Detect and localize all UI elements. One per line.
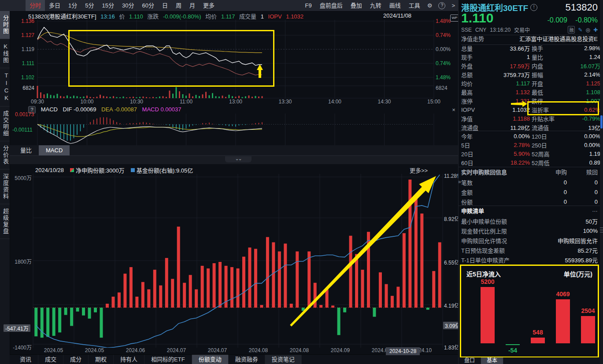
toolbar-tab-30分[interactable]: 30分 <box>118 0 138 11</box>
time-axis-label: 10:30 <box>129 99 144 105</box>
toolbar-tab-多日[interactable]: 多日 <box>45 0 64 11</box>
pct-axis-label: 0.74% <box>436 60 451 66</box>
scrollbar-thumb[interactable] <box>600 115 603 129</box>
bottom-tab-成分[interactable]: 成分 <box>63 355 89 364</box>
quote-label: 120日 <box>532 132 569 140</box>
fund-share-chart[interactable] <box>10 174 458 348</box>
sidebar-item-K线图[interactable]: K线图 <box>0 39 10 68</box>
panel-collapse-icon[interactable]: » <box>458 179 461 185</box>
collapse-handle-icon[interactable]: ⌄⌄ <box>225 156 252 162</box>
alert-icon[interactable]: ◎ <box>585 27 590 33</box>
list-value: 申购赎回皆允许 <box>558 236 598 245</box>
more-link[interactable]: 更多>> <box>410 166 428 174</box>
list-value: 100% <box>583 228 598 234</box>
scrollbar-track[interactable]: ——— <box>600 0 603 364</box>
price-axis-label: 1.119 <box>13 46 34 52</box>
share-left-axis-label: -1400万 <box>4 343 32 351</box>
toolbar-item-叠加[interactable]: 叠加 <box>347 0 366 11</box>
toolbar-tab-日[interactable]: 日 <box>158 0 172 11</box>
toolbar-item-画线[interactable]: 画线 <box>385 0 405 11</box>
bottom-tab-资讯[interactable]: 资讯 <box>13 355 38 364</box>
drag-grip-icon[interactable]: ——— <box>600 227 603 238</box>
pane-divider[interactable]: ⌄⌄ <box>10 155 458 164</box>
toolbar-item-盘前盘后[interactable]: 盘前盘后 <box>316 0 347 11</box>
toolbar-item-九转[interactable]: 九转 <box>366 0 385 11</box>
net-inflow-value: -54 <box>499 347 526 354</box>
redeem-col-label: 赎回 <box>567 168 598 176</box>
quote-label: 最高 <box>461 88 489 96</box>
price-axis-label: 1.102 <box>13 74 34 81</box>
sidebar-item-成交明细[interactable]: 成交明细 <box>0 107 10 141</box>
quote-value: 33.66万 <box>489 44 532 52</box>
sidebar-item-TICK[interactable]: TICK <box>0 68 10 107</box>
realtime-redeem-value: 0 <box>567 179 598 186</box>
bottom-tab-成交[interactable]: 成交 <box>38 355 63 364</box>
time-axis-label: 10:00 <box>79 99 95 105</box>
toolbar-tab-60分[interactable]: 60分 <box>138 0 158 11</box>
quote-value: 2.14% <box>569 71 600 78</box>
quote-value: 17.59万 <box>489 62 532 70</box>
intraday-chart[interactable] <box>10 20 458 106</box>
time-axis-label: 14:30 <box>377 99 392 105</box>
bottom-tab-相同标的ETF[interactable]: 相同标的ETF <box>144 355 192 364</box>
bottom-tab-期权[interactable]: 期权 <box>89 355 114 364</box>
chevron-right-icon[interactable]: > <box>448 2 458 9</box>
toolbar-tab-分时[interactable]: 分时 <box>26 0 45 11</box>
toolbar-tab-1分[interactable]: 1分 <box>64 0 81 11</box>
quote-value: 3759.73万 <box>489 70 532 79</box>
list-row: 申购赎回允许情况申购赎回皆允许 <box>461 235 598 245</box>
toolbar-tab-周[interactable]: 周 <box>172 0 185 11</box>
toolbar-item-工具[interactable]: 工具 <box>405 0 424 11</box>
time-axis-label: 09:30 <box>30 99 45 105</box>
quote-value: -0.79% <box>569 115 600 122</box>
net-inflow-value: 2504 <box>575 307 601 314</box>
macd-title: MACD <box>41 106 58 113</box>
quote-row: IOPV1.1032溢折率0.62% <box>459 105 600 114</box>
macd-chart[interactable] <box>10 114 458 145</box>
time-axis-label: 11:00 <box>178 99 194 105</box>
toolbar-tab-月[interactable]: 月 <box>185 0 199 11</box>
toolbar-tab-更多[interactable]: 更多 <box>199 0 218 11</box>
indicator-tab-量比[interactable]: 量比 <box>13 145 39 155</box>
quote-panel: 港股通红利30ETF ! 513820 1.110 -0.009 -0.80% … <box>458 0 600 364</box>
toolbar-tab-5分[interactable]: 5分 <box>81 0 98 11</box>
volume-axis-label-right: 6824 <box>436 85 448 91</box>
sidebar-item-分时图[interactable]: 分时图 <box>0 11 10 39</box>
fund-share-legend-icon <box>131 168 135 172</box>
bottom-tab-融资融券[interactable]: 融资融券 <box>229 355 265 364</box>
quote-label: 60日 <box>461 158 489 167</box>
exchange-label: SSE <box>461 27 472 33</box>
info-icon[interactable]: ! <box>530 4 537 11</box>
bottom-tab-投资笔记[interactable]: 投资笔记 <box>265 355 302 364</box>
edit-icon[interactable]: ✎ <box>578 27 582 33</box>
add-icon[interactable]: ✚ <box>593 27 598 33</box>
realtime-title: 实时申购赎回信息 <box>461 168 536 176</box>
toolbar-item-F9[interactable]: F9 <box>301 0 316 11</box>
info-vol-label: 成交量 <box>239 13 256 20</box>
quote-value: 1.117 <box>489 80 532 87</box>
list-section-header: 申赎清单 … <box>461 206 598 215</box>
list-more-icon[interactable]: … <box>592 206 598 215</box>
quote-value: 18.22% <box>489 159 532 166</box>
net-inflow-value: 548 <box>525 329 551 336</box>
quote-label: 跌停 <box>532 97 569 105</box>
macd-close-icon[interactable]: × <box>450 107 457 113</box>
help-icon[interactable]: ? <box>435 2 448 9</box>
indicator-tab-MACD[interactable]: MACD <box>39 145 70 155</box>
share-right-axis-label: 1.83亿 <box>444 343 459 351</box>
panel-tab-基本[interactable]: 基本 <box>481 357 503 364</box>
bottom-tab-份额变动[interactable]: 份额变动 <box>192 355 229 364</box>
net-subscription-legend-icon <box>70 168 74 172</box>
sidebar-item-分价表[interactable]: 分价表 <box>0 141 10 169</box>
quote-label: 外盘 <box>461 62 489 70</box>
info-avg: 1.117 <box>221 13 235 20</box>
price-change-pct: -0.80% <box>575 16 598 24</box>
quote-label: 52周高 <box>532 150 569 158</box>
sidebar-item-超级复盘[interactable]: 超级复盘 <box>0 204 10 239</box>
panel-tab-盘口[interactable]: 盘口 <box>459 357 481 364</box>
toolbar-tab-15分[interactable]: 15分 <box>98 0 118 11</box>
quote-row: 最高1.132最低1.108 <box>459 88 600 96</box>
share-date-axis-label: 2024.05 <box>83 347 107 353</box>
bottom-tab-持有人[interactable]: 持有人 <box>114 355 144 364</box>
gear-icon[interactable]: ⚙ <box>424 2 436 9</box>
